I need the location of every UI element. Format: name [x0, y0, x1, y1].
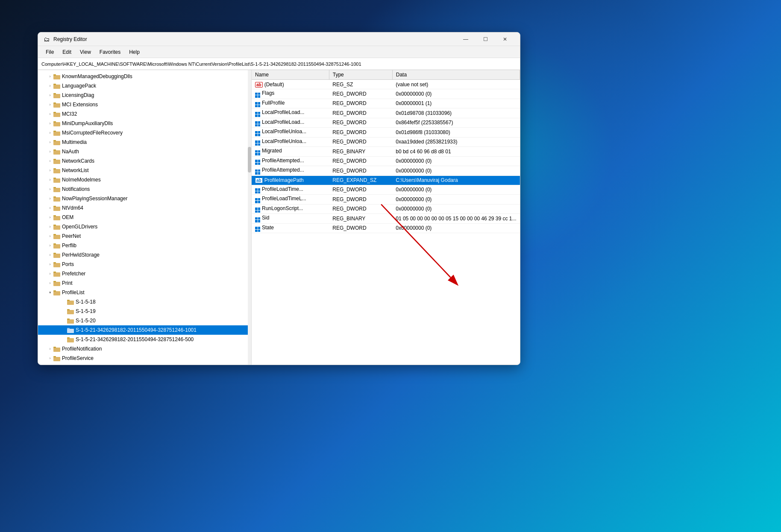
tree-item[interactable]: ›Ports — [38, 260, 251, 269]
menu-view[interactable]: View — [76, 47, 95, 57]
tree-item[interactable]: ›LanguagePack — [38, 81, 251, 91]
expand-icon[interactable]: › — [47, 82, 53, 89]
tree-item[interactable]: ›ProfileService — [38, 354, 251, 363]
expand-icon[interactable]: › — [47, 158, 53, 164]
tree-item[interactable]: ›NaAuth — [38, 147, 251, 156]
table-row[interactable]: FlagsREG_DWORD0x00000000 (0) — [252, 89, 520, 99]
tree-item[interactable]: ›Multimedia — [38, 137, 251, 147]
tree-item[interactable]: ›MiniDumpAuxiliaryDlls — [38, 119, 251, 128]
table-row[interactable]: LocalProfileLoad...REG_DWORD0x864fef5f (… — [252, 118, 520, 128]
table-row[interactable]: MigratedREG_BINARYb0 bd c4 60 96 d8 d8 0… — [252, 147, 520, 157]
minimize-button[interactable]: — — [456, 32, 476, 46]
expand-icon[interactable]: › — [47, 251, 53, 258]
tree-item-label: S-1-5-18 — [76, 299, 96, 305]
tree-item[interactable]: ›PeerNet — [38, 231, 251, 241]
tree-item[interactable]: ›ProfileNotification — [38, 344, 251, 354]
table-row[interactable]: LocalProfileUnloa...REG_DWORD0x01d986f8 … — [252, 128, 520, 137]
expand-icon[interactable]: › — [47, 92, 53, 99]
tree-item[interactable]: S-1-5-21-3426298182-2011550494-328751246… — [38, 325, 251, 335]
table-row[interactable]: ab(Default)REG_SZ(value not set) — [252, 80, 520, 89]
tree-item[interactable]: ›Notifications — [38, 184, 251, 194]
grid-icon — [255, 131, 260, 136]
expand-icon[interactable]: › — [47, 205, 53, 211]
col-data[interactable]: Data — [392, 70, 520, 80]
tree-item[interactable]: ›Prefetcher — [38, 269, 251, 278]
expand-icon[interactable] — [60, 308, 67, 315]
expand-icon[interactable]: › — [47, 195, 53, 202]
expand-icon[interactable]: › — [47, 139, 53, 146]
expand-icon[interactable]: › — [47, 270, 53, 277]
expand-icon[interactable]: › — [47, 186, 53, 193]
expand-icon[interactable]: ▾ — [47, 289, 53, 296]
table-row[interactable]: RunLogonScript...REG_DWORD0x00000000 (0) — [252, 204, 520, 214]
expand-icon[interactable] — [60, 336, 67, 343]
table-row[interactable]: ProfileAttempted...REG_DWORD0x00000000 (… — [252, 156, 520, 166]
registry-pane[interactable]: Name Type Data ab(Default)REG_SZ(value n… — [252, 70, 520, 365]
tree-item[interactable]: ›NowPlayingSessionManager — [38, 194, 251, 203]
tree-item[interactable]: ›RemoteRegistry — [38, 363, 251, 365]
tree-item[interactable]: ›Perflib — [38, 241, 251, 250]
expand-icon[interactable]: › — [47, 120, 53, 127]
tree-item[interactable]: ›NtVdm64 — [38, 203, 251, 213]
expand-icon[interactable] — [60, 317, 67, 324]
expand-icon[interactable]: › — [47, 223, 53, 230]
table-row[interactable]: LocalProfileUnloa...REG_DWORD0xaa19dded … — [252, 137, 520, 147]
expand-icon[interactable]: › — [47, 73, 53, 80]
expand-icon[interactable]: › — [47, 148, 53, 155]
tree-item[interactable]: ›MCI Extensions — [38, 100, 251, 109]
tree-item[interactable]: ›MCI32 — [38, 109, 251, 119]
tree-item[interactable]: ›Print — [38, 278, 251, 288]
table-row[interactable]: StateREG_DWORD0x00000000 (0) — [252, 223, 520, 233]
tree-item[interactable]: ›LicensingDiag — [38, 91, 251, 100]
menu-favorites[interactable]: Favorites — [95, 47, 125, 57]
table-row[interactable]: ProfileLoadTimeL...REG_DWORD0x00000000 (… — [252, 195, 520, 205]
expand-icon[interactable]: › — [47, 214, 53, 221]
tree-item[interactable]: ›KnownManagedDebuggingDlls — [38, 72, 251, 81]
tree-item[interactable]: S-1-5-20 — [38, 316, 251, 325]
table-row[interactable]: abProfileImagePathREG_EXPAND_SZC:\Users\… — [252, 175, 520, 185]
menu-file[interactable]: File — [41, 47, 58, 57]
table-row[interactable]: LocalProfileLoad...REG_DWORD0x01d98708 (… — [252, 108, 520, 118]
tree-item[interactable]: ›NetworkCards — [38, 156, 251, 166]
col-type[interactable]: Type — [329, 70, 392, 80]
reg-data-cell: b0 bd c4 60 96 d8 d8 01 — [392, 147, 520, 157]
tree-item[interactable]: ›OEM — [38, 213, 251, 222]
expand-icon[interactable]: › — [47, 101, 53, 108]
tree-pane[interactable]: ›KnownManagedDebuggingDlls›LanguagePack›… — [38, 70, 252, 365]
expand-icon[interactable]: › — [47, 242, 53, 249]
menu-edit[interactable]: Edit — [58, 47, 76, 57]
expand-icon[interactable]: › — [47, 345, 53, 352]
col-name[interactable]: Name — [252, 70, 329, 80]
expand-icon[interactable]: › — [47, 111, 53, 117]
svg-rect-29 — [53, 206, 56, 207]
tree-item[interactable]: S-1-5-21-3426298182-2011550494-328751246… — [38, 335, 251, 344]
close-button[interactable]: ✕ — [495, 32, 515, 46]
maximize-button[interactable]: ☐ — [476, 32, 495, 46]
table-row[interactable]: ProfileLoadTime...REG_DWORD0x00000000 (0… — [252, 185, 520, 195]
tree-item[interactable]: ▾ProfileList — [38, 288, 251, 297]
tree-item[interactable]: ›NetworkList — [38, 166, 251, 175]
expand-icon[interactable] — [60, 298, 67, 305]
address-bar[interactable]: Computer\HKEY_LOCAL_MACHINE\SOFTWARE\Mic… — [38, 58, 520, 70]
expand-icon[interactable]: › — [47, 167, 53, 174]
tree-item[interactable]: S-1-5-19 — [38, 307, 251, 316]
table-row[interactable]: ProfileAttempted...REG_DWORD0x00000000 (… — [252, 166, 520, 176]
expand-icon[interactable]: › — [47, 280, 53, 286]
expand-icon[interactable]: › — [47, 355, 53, 362]
tree-item[interactable]: S-1-5-18 — [38, 297, 251, 307]
left-scrollbar[interactable] — [248, 70, 251, 365]
table-row[interactable]: FullProfileREG_DWORD0x00000001 (1) — [252, 99, 520, 108]
scrollbar-thumb[interactable] — [248, 147, 251, 172]
expand-icon[interactable]: › — [47, 233, 53, 240]
tree-item[interactable]: ›NoImeModelmes — [38, 175, 251, 184]
menu-help[interactable]: Help — [125, 47, 144, 57]
tree-item[interactable]: ›PerHwIdStorage — [38, 250, 251, 260]
table-row[interactable]: SidREG_BINARY01 05 00 00 00 00 00 05 15 … — [252, 214, 520, 224]
tree-item[interactable]: ›OpenGLDrivers — [38, 222, 251, 231]
expand-icon[interactable]: › — [47, 261, 53, 268]
expand-icon[interactable]: › — [47, 364, 53, 365]
tree-item[interactable]: ›MsiCorruptedFileRecovery — [38, 128, 251, 137]
expand-icon[interactable]: › — [47, 176, 53, 183]
expand-icon[interactable]: › — [47, 129, 53, 136]
expand-icon[interactable] — [60, 327, 67, 333]
